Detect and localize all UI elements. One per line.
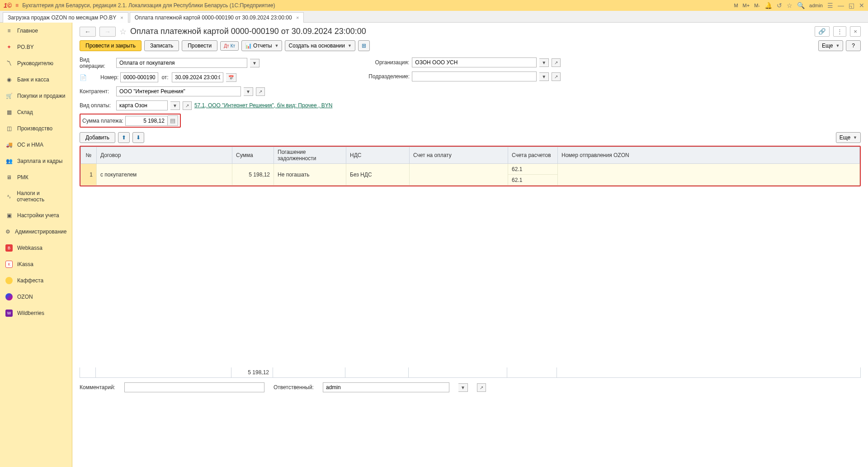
open-icon[interactable]: ↗ <box>183 101 192 110</box>
post-close-button[interactable]: Провести и закрыть <box>80 40 142 51</box>
col-sum[interactable]: Сумма <box>232 147 274 164</box>
calculator-icon[interactable]: ▤ <box>168 115 178 126</box>
sidebar-item-poby[interactable]: ✦PO.BY <box>0 39 72 55</box>
m-button[interactable]: M <box>734 3 738 8</box>
move-up-button[interactable]: ⬆ <box>118 132 130 143</box>
menu-icon[interactable]: ≡ <box>15 2 19 9</box>
sidebar-item-kaffesta[interactable]: Каффеста <box>0 272 72 289</box>
col-num[interactable]: № <box>81 147 97 164</box>
open-icon[interactable]: ↗ <box>256 87 265 96</box>
cell-ozon[interactable] <box>558 164 860 186</box>
dt-kt-button[interactable]: ДтКт <box>220 41 239 51</box>
sidebar-item-salary[interactable]: 👥Зарплата и кадры <box>0 153 72 169</box>
dropdown-icon[interactable]: ▼ <box>170 101 180 110</box>
back-button[interactable]: ← <box>80 27 96 37</box>
dropdown-icon[interactable]: ▼ <box>458 383 468 392</box>
restore-icon[interactable]: ◱ <box>849 2 854 9</box>
sidebar-item-rmk[interactable]: 🖥РМК <box>0 169 72 186</box>
col-accounts[interactable]: Счета расчетов <box>508 147 558 164</box>
sidebar-item-manager[interactable]: 〽Руководителю <box>0 55 72 71</box>
sum-input[interactable] <box>125 116 168 126</box>
sidebar-item-prod[interactable]: ◫Производство <box>0 120 72 137</box>
more-dots-icon[interactable]: ⋮ <box>833 26 846 37</box>
doc-status-icon[interactable]: 📄 <box>80 74 87 81</box>
col-ozon[interactable]: Номер отправления OZON <box>558 147 860 164</box>
dropdown-icon[interactable]: ▼ <box>244 87 253 96</box>
reports-button[interactable]: 📊Отчеты▼ <box>241 40 282 51</box>
col-contract[interactable]: Договор <box>97 147 232 164</box>
dropdown-icon[interactable]: ▼ <box>539 72 549 81</box>
col-vat[interactable]: НДС <box>346 147 410 164</box>
close-doc-icon[interactable]: × <box>850 26 861 37</box>
sidebar-item-stock[interactable]: ▦Склад <box>0 104 72 120</box>
write-button[interactable]: Записать <box>144 40 179 51</box>
minimize-icon[interactable]: — <box>838 2 844 9</box>
grid-more-button[interactable]: Еще▼ <box>836 132 861 143</box>
cell-acc1[interactable]: 62.1 <box>508 164 558 175</box>
dropdown-icon[interactable]: ▼ <box>250 59 259 67</box>
tab-ozon-load[interactable]: Загрузка продаж OZON по месяцам PO.BY × <box>3 12 128 23</box>
responsible-input[interactable] <box>323 382 449 392</box>
sidebar-item-ikassa[interactable]: КiKassa <box>0 256 72 272</box>
open-icon[interactable]: ↗ <box>477 383 486 392</box>
structure-button[interactable]: ⊞ <box>358 40 370 51</box>
op-type-input[interactable] <box>116 58 247 68</box>
sidebar-item-webkassa[interactable]: ВWebkassa <box>0 240 72 256</box>
cell-sum[interactable]: 5 198,12 <box>232 164 274 186</box>
sidebar-item-tax[interactable]: ᴬᵧНалоги и отчетность <box>0 186 72 207</box>
contragent-input[interactable] <box>116 86 241 96</box>
number-input[interactable] <box>120 72 158 82</box>
favorite-icon[interactable]: ☆ <box>119 27 127 37</box>
cell-vat[interactable]: Без НДС <box>346 164 410 186</box>
help-button[interactable]: ? <box>846 40 861 51</box>
search-icon[interactable]: 🔍 <box>797 2 805 9</box>
comment-input[interactable] <box>124 382 264 392</box>
settings-icon[interactable]: ☰ <box>827 2 833 9</box>
sidebar-item-admin[interactable]: ⚙Администрирование <box>0 224 72 240</box>
sidebar-item-main[interactable]: ≡Главное <box>0 23 72 39</box>
close-app-icon[interactable]: ✕ <box>859 2 864 9</box>
sidebar-item-ozon[interactable]: OZON <box>0 289 72 305</box>
calendar-icon[interactable]: 📅 <box>226 73 236 82</box>
create-based-label: Создать на основании <box>288 43 345 49</box>
truck-icon: 🚚 <box>5 141 13 148</box>
date-input[interactable] <box>172 72 223 82</box>
sidebar-item-os[interactable]: 🚚ОС и НМА <box>0 137 72 153</box>
bell-icon[interactable]: 🔔 <box>764 2 772 9</box>
add-row-button[interactable]: Добавить <box>80 132 115 143</box>
tab-payment-doc[interactable]: Оплата платежной картой 0000-000190 от 3… <box>130 12 304 23</box>
col-repay[interactable]: Погашение задолженности <box>274 147 346 164</box>
cell-contract[interactable]: с покупателем <box>97 164 232 186</box>
paytype-link[interactable]: 57.1, ООО "Интернет Решения", б/н вид: П… <box>194 102 332 109</box>
open-icon[interactable]: ↗ <box>552 58 561 67</box>
sidebar-item-bank[interactable]: ◉Банк и касса <box>0 71 72 88</box>
mminus-button[interactable]: M- <box>754 3 760 8</box>
tab-close-icon[interactable]: × <box>120 15 123 20</box>
tab-close-icon[interactable]: × <box>296 15 299 20</box>
col-invoice[interactable]: Счет на оплату <box>410 147 508 164</box>
link-icon[interactable]: 🔗 <box>815 26 830 37</box>
open-icon[interactable]: ↗ <box>552 72 561 81</box>
user-label[interactable]: admin <box>809 3 823 8</box>
sidebar-item-settings[interactable]: ▣Настройки учета <box>0 207 72 224</box>
grid-empty-space <box>80 186 861 367</box>
sidebar-item-wb[interactable]: WWildberries <box>0 305 72 321</box>
table-row[interactable]: 1 с покупателем 5 198,12 Не погашать Без… <box>81 164 860 175</box>
star-icon[interactable]: ☆ <box>787 2 793 9</box>
move-down-button[interactable]: ⬇ <box>132 132 144 143</box>
history-icon[interactable]: ↺ <box>777 2 782 9</box>
post-button[interactable]: Провести <box>182 40 217 51</box>
cell-acc2[interactable]: 62.1 <box>508 175 558 186</box>
forward-button[interactable]: → <box>99 27 116 37</box>
bank-icon: ◉ <box>5 76 13 83</box>
paytype-input[interactable] <box>116 100 168 110</box>
cell-repay[interactable]: Не погашать <box>274 164 346 186</box>
create-based-button[interactable]: Создать на основании▼ <box>285 40 355 51</box>
dropdown-icon[interactable]: ▼ <box>539 58 549 67</box>
cell-invoice[interactable] <box>410 164 508 186</box>
more-button[interactable]: Еще▼ <box>818 40 843 51</box>
mplus-button[interactable]: M+ <box>743 3 750 8</box>
division-input[interactable] <box>412 71 537 81</box>
org-input[interactable] <box>412 57 537 67</box>
sidebar-item-sales[interactable]: 🛒Покупки и продажи <box>0 88 72 104</box>
